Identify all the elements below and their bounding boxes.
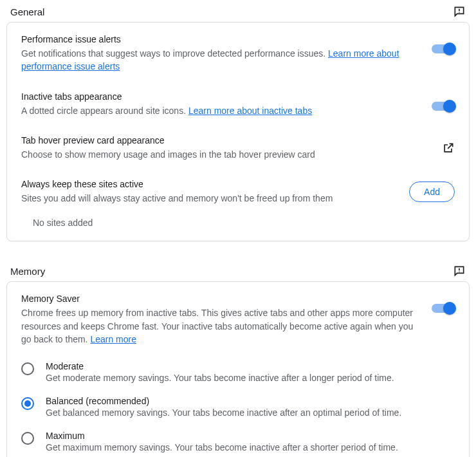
radio-balanced-desc: Get balanced memory savings. Your tabs b… (46, 407, 455, 418)
keep-sites-title: Always keep these sites active (21, 179, 398, 189)
svg-point-3 (459, 272, 459, 272)
memory-saver-learn-more[interactable]: Learn more (90, 334, 136, 344)
radio-moderate-label: Moderate (46, 361, 455, 371)
memory-option-maximum[interactable]: Maximum Get maximum memory savings. Your… (7, 424, 469, 457)
hover-preview-row[interactable]: Tab hover preview card appearance Choose… (7, 126, 469, 170)
memory-saver-desc-text: Chrome frees up memory from inactive tab… (21, 308, 413, 344)
radio-balanced-text: Balanced (recommended) Get balanced memo… (46, 396, 455, 418)
inactive-tabs-text: Inactive tabs appearance A dotted circle… (21, 91, 420, 117)
inactive-tabs-learn-more[interactable]: Learn more about inactive tabs (188, 106, 312, 116)
open-in-new-icon[interactable] (442, 142, 455, 154)
performance-alerts-desc: Get notifications that suggest ways to i… (21, 47, 420, 73)
memory-saver-row: Memory Saver Chrome frees up memory from… (7, 284, 469, 355)
memory-option-balanced[interactable]: Balanced (recommended) Get balanced memo… (7, 389, 469, 424)
keep-sites-desc: Sites you add will always stay active an… (21, 192, 398, 205)
memory-saver-desc: Chrome frees up memory from inactive tab… (21, 306, 420, 346)
feedback-icon[interactable] (453, 265, 466, 277)
inactive-tabs-toggle[interactable] (432, 100, 455, 112)
performance-alerts-desc-text: Get notifications that suggest ways to i… (21, 48, 328, 59)
memory-saver-title: Memory Saver (21, 294, 420, 304)
radio-moderate-text: Moderate Get moderate memory savings. Yo… (46, 361, 455, 383)
general-header: General (6, 0, 470, 22)
hover-preview-title: Tab hover preview card appearance (21, 135, 430, 145)
radio-moderate[interactable] (21, 362, 34, 375)
hover-preview-desc: Choose to show memory usage and images i… (21, 148, 430, 161)
general-card: Performance issue alerts Get notificatio… (6, 22, 470, 241)
hover-preview-text: Tab hover preview card appearance Choose… (21, 135, 430, 161)
feedback-icon[interactable] (453, 5, 466, 18)
no-sites-label: No sites added (7, 214, 469, 238)
radio-maximum-label: Maximum (46, 431, 455, 441)
keep-sites-text: Always keep these sites active Sites you… (21, 179, 398, 205)
general-title: General (10, 6, 44, 17)
keep-sites-row: Always keep these sites active Sites you… (7, 170, 469, 214)
memory-saver-text: Memory Saver Chrome frees up memory from… (21, 294, 420, 346)
inactive-tabs-desc-text: A dotted circle appears around site icon… (21, 106, 188, 116)
inactive-tabs-title: Inactive tabs appearance (21, 91, 420, 102)
memory-header: Memory (6, 259, 470, 281)
inactive-tabs-desc: A dotted circle appears around site icon… (21, 104, 420, 117)
radio-moderate-desc: Get moderate memory savings. Your tabs b… (46, 373, 455, 383)
radio-balanced-label: Balanced (recommended) (46, 396, 455, 406)
add-site-button[interactable]: Add (409, 182, 455, 202)
radio-maximum[interactable] (21, 432, 34, 445)
memory-saver-toggle[interactable] (432, 303, 455, 314)
radio-balanced[interactable] (21, 397, 34, 410)
performance-alerts-toggle[interactable] (432, 43, 455, 55)
memory-card: Memory Saver Chrome frees up memory from… (6, 281, 470, 457)
performance-alerts-text: Performance issue alerts Get notificatio… (21, 34, 420, 73)
radio-maximum-desc: Get maximum memory savings. Your tabs be… (46, 442, 455, 452)
radio-maximum-text: Maximum Get maximum memory savings. Your… (46, 431, 455, 452)
performance-alerts-row: Performance issue alerts Get notificatio… (7, 25, 469, 82)
memory-option-moderate[interactable]: Moderate Get moderate memory savings. Yo… (7, 355, 469, 389)
memory-title: Memory (10, 266, 45, 277)
inactive-tabs-row: Inactive tabs appearance A dotted circle… (7, 82, 469, 126)
svg-point-1 (459, 12, 459, 13)
performance-alerts-title: Performance issue alerts (21, 34, 420, 44)
